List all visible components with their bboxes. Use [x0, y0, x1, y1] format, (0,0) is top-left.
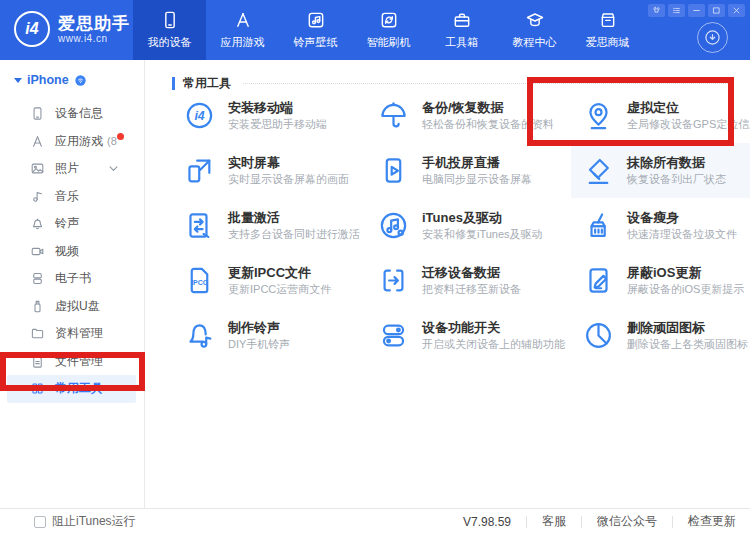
sidebar-item-6[interactable]: 电子书 [0, 265, 143, 293]
block-itunes-checkbox-row[interactable]: 阻止iTunes运行 [34, 513, 136, 530]
toolbox-icon [452, 10, 472, 30]
nav-item-0[interactable]: 我的设备 [133, 0, 206, 60]
minimize-button[interactable] [688, 4, 705, 17]
pie-icon [583, 320, 614, 351]
nav-item-label: 工具箱 [445, 35, 478, 50]
tool-title: 制作铃声 [228, 320, 290, 335]
tool-item-6[interactable]: 批量激活 支持多台设备同时进行激活 [172, 198, 366, 253]
minimize-icon [692, 6, 701, 15]
sidebar-item-2[interactable]: 照片 [0, 155, 143, 183]
section-dotted-divider [243, 83, 732, 84]
app-logo: i4 爱思助手 www.i4.cn [14, 11, 130, 47]
window-controls [648, 4, 745, 17]
tool-subtitle: 安装和修复iTunes及驱动 [422, 228, 543, 241]
tool-subtitle: 开启或关闭设备上的辅助功能 [422, 338, 565, 351]
tool-item-5[interactable]: 抹除所有数据 恢复设备到出厂状态 [571, 143, 750, 198]
sidebar-item-9[interactable]: 文件管理 [0, 348, 143, 376]
tool-subtitle: DIY手机铃声 [228, 338, 290, 351]
tool-item-4[interactable]: 手机投屏直播 电脑同步显示设备屏幕 [366, 143, 571, 198]
nav-item-label: 我的设备 [148, 35, 192, 50]
skin-button[interactable] [648, 4, 665, 17]
bell-icon [30, 216, 45, 231]
sidebar-item-label: 常用工具 [55, 380, 103, 397]
nav-item-4[interactable]: 工具箱 [425, 0, 498, 60]
nav-item-5[interactable]: 教程中心 [498, 0, 571, 60]
tool-item-1[interactable]: 备份/恢复数据 轻松备份和恢复设备的资料 [366, 88, 571, 143]
tool-title: 更新IPCC文件 [228, 265, 331, 280]
mall-icon [598, 10, 618, 30]
footer-divider [672, 516, 673, 528]
maximize-button[interactable] [708, 4, 725, 17]
sidebar-item-5[interactable]: 视频 [0, 238, 143, 266]
sidebar-item-0[interactable]: 设备信息 [0, 100, 143, 128]
block-itunes-checkbox[interactable] [34, 516, 46, 528]
nav-item-label: 教程中心 [513, 35, 557, 50]
footer-link-0[interactable]: 客服 [542, 513, 566, 530]
sidebar-item-1[interactable]: 应用游戏(8 [0, 128, 143, 156]
sidebar-item-label: 照片 [55, 160, 79, 177]
tool-title: 备份/恢复数据 [422, 100, 554, 115]
video-icon [30, 244, 45, 259]
batch-activate-icon [184, 210, 215, 241]
sidebar-item-label: 铃声 [55, 215, 79, 232]
close-button[interactable] [728, 4, 745, 17]
ebook-icon [30, 271, 45, 286]
tool-subtitle: 轻松备份和恢复设备的资料 [422, 118, 554, 131]
tool-item-13[interactable]: 设备功能开关 开启或关闭设备上的辅助功能 [366, 308, 571, 363]
tool-subtitle: 恢复设备到出厂状态 [627, 173, 726, 186]
app-title: 爱思助手 [58, 15, 130, 33]
location-pin-icon [583, 100, 614, 131]
nav-item-2[interactable]: 铃声壁纸 [279, 0, 352, 60]
tool-title: 虚拟定位 [627, 100, 750, 115]
device-info-icon [30, 106, 45, 121]
nav-item-1[interactable]: 应用游戏 [206, 0, 279, 60]
chevron-down-icon[interactable] [106, 161, 121, 176]
close-icon [732, 6, 741, 15]
nav-item-3[interactable]: 智能刷机 [352, 0, 425, 60]
sidebar-item-3[interactable]: 音乐 [0, 183, 143, 211]
phone-icon [160, 10, 180, 30]
tool-item-7[interactable]: iTunes及驱动 安装和修复iTunes及驱动 [366, 198, 571, 253]
nav-item-label: 智能刷机 [367, 35, 411, 50]
sidebar-item-8[interactable]: 资料管理 [0, 320, 143, 348]
footer-link-2[interactable]: 检查更新 [688, 513, 736, 530]
menu-button[interactable] [668, 4, 685, 17]
itunes-icon [378, 210, 409, 241]
tool-item-9[interactable]: IPCC 更新IPCC文件 更新IPCC运营商文件 [172, 253, 366, 308]
tool-item-0[interactable]: i4 安装移动端 安装爱思助手移动端 [172, 88, 366, 143]
tool-subtitle: 快速清理设备垃圾文件 [627, 228, 737, 241]
footer-divider [581, 516, 582, 528]
tool-item-14[interactable]: 删除顽固图标 删除设备上各类顽固图标 [571, 308, 750, 363]
umbrella-icon [378, 100, 409, 131]
sidebar-item-label: 虚拟U盘 [55, 298, 100, 315]
footer-link-1[interactable]: 微信公众号 [597, 513, 657, 530]
tool-item-8[interactable]: 设备瘦身 快速清理设备垃圾文件 [571, 198, 750, 253]
app-header: i4 爱思助手 www.i4.cn 我的设备应用游戏铃声壁纸智能刷机工具箱教程中… [0, 0, 750, 60]
download-button[interactable] [697, 22, 728, 53]
tool-item-2[interactable]: 虚拟定位 全局修改设备GPS定位信息 [571, 88, 750, 143]
sidebar-list: 设备信息应用游戏(8照片音乐铃声视频电子书虚拟U盘资料管理文件管理常用工具 [0, 100, 143, 403]
sidebar-item-4[interactable]: 铃声 [0, 210, 143, 238]
notification-dot [117, 133, 124, 140]
tool-title: 屏蔽iOS更新 [627, 265, 744, 280]
sidebar-item-7[interactable]: 虚拟U盘 [0, 293, 143, 321]
download-circle-icon [704, 29, 721, 46]
sidebar: iPhone 设备信息应用游戏(8照片音乐铃声视频电子书虚拟U盘资料管理文件管理… [0, 60, 145, 508]
sidebar-item-10[interactable]: 常用工具 [7, 375, 136, 403]
nav-item-label: 爱思商城 [586, 35, 630, 50]
sidebar-device-header[interactable]: iPhone [0, 65, 144, 95]
collapse-triangle-icon [14, 78, 22, 83]
tool-item-3[interactable]: 实时屏幕 实时显示设备屏幕的画面 [172, 143, 366, 198]
nav-item-6[interactable]: 爱思商城 [571, 0, 644, 60]
tool-title: 手机投屏直播 [422, 155, 532, 170]
block-itunes-label: 阻止iTunes运行 [52, 513, 136, 530]
footer-divider [526, 516, 527, 528]
i4-logo-icon: i4 [14, 11, 50, 47]
sidebar-item-label: 应用游戏 [55, 133, 103, 150]
tool-item-12[interactable]: 制作铃声 DIY手机铃声 [172, 308, 366, 363]
main-panel: 常用工具 i4 安装移动端 安装爱思助手移动端 备份/恢复数据 轻松备份和恢复设… [146, 60, 750, 508]
tool-item-11[interactable]: 屏蔽iOS更新 屏蔽设备的iOS更新提示 [571, 253, 750, 308]
sidebar-item-label: 设备信息 [55, 105, 103, 122]
tool-item-10[interactable]: 迁移设备数据 把资料迁移至新设备 [366, 253, 571, 308]
ipcc-file-icon: IPCC [184, 265, 215, 296]
